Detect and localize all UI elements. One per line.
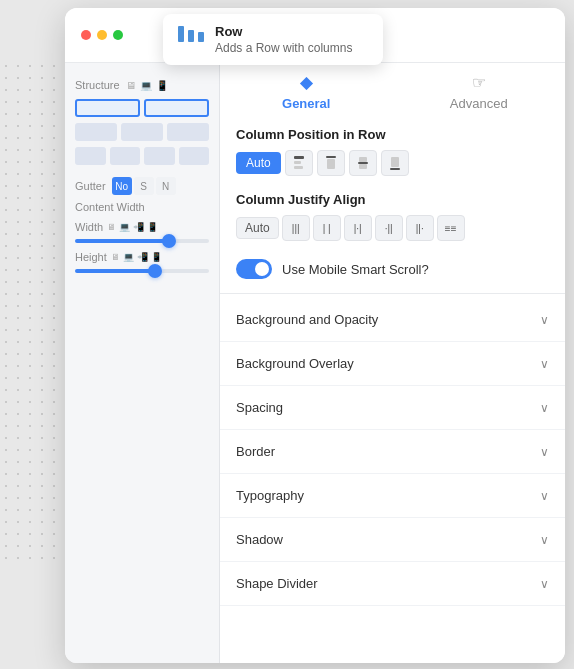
- btn-align-top[interactable]: [317, 150, 345, 176]
- layout-col-1: [75, 99, 140, 117]
- structure-label: Structure 🖥 💻 📱: [75, 79, 209, 91]
- traffic-light-yellow[interactable]: [97, 30, 107, 40]
- toggle-label: Use Mobile Smart Scroll?: [282, 262, 429, 277]
- height-label: Height 🖥💻📲📱: [75, 251, 209, 263]
- height-slider-section: Height 🖥💻📲📱: [75, 251, 209, 273]
- advanced-icon: ☞: [472, 73, 486, 92]
- gutter-btn-no[interactable]: No: [112, 177, 132, 195]
- layout-col-c: [167, 123, 209, 141]
- svg-rect-4: [327, 159, 335, 169]
- justify-btn-1[interactable]: |||: [282, 215, 310, 241]
- chevron-background-overlay: ∨: [540, 357, 549, 371]
- svg-rect-3: [326, 156, 336, 158]
- layout-col-2: [144, 99, 209, 117]
- justify-buttons: Auto ||| | | |·| ·|| ||· ≡≡: [236, 215, 549, 241]
- layout-col-g: [179, 147, 210, 165]
- width-slider-track[interactable]: [75, 239, 209, 243]
- gutter-label: Gutter: [75, 180, 106, 192]
- traffic-light-red[interactable]: [81, 30, 91, 40]
- row-icon: [177, 26, 205, 42]
- chevron-background-opacity: ∨: [540, 313, 549, 327]
- svg-rect-9: [390, 168, 400, 170]
- accordion-background-overlay[interactable]: Background Overlay ∨: [220, 342, 565, 386]
- structure-icons: 🖥 💻 📱: [126, 80, 168, 91]
- tab-general-label: General: [282, 96, 330, 111]
- accordion-shadow[interactable]: Shadow ∨: [220, 518, 565, 562]
- chevron-shadow: ∨: [540, 533, 549, 547]
- accordion-background-opacity[interactable]: Background and Opacity ∨: [220, 298, 565, 342]
- gutter-buttons: No S N: [112, 177, 176, 195]
- height-slider-thumb[interactable]: [148, 264, 162, 278]
- column-justify-section: Column Justify Align Auto ||| | | |·| ·|…: [220, 184, 565, 249]
- gutter-btn-n[interactable]: N: [156, 177, 176, 195]
- tab-advanced-label: Advanced: [450, 96, 508, 111]
- layout-col-b: [121, 123, 163, 141]
- accordion-spacing[interactable]: Spacing ∨: [220, 386, 565, 430]
- layout-col-a: [75, 123, 117, 141]
- svg-rect-8: [391, 157, 399, 167]
- height-slider-track[interactable]: [75, 269, 209, 273]
- svg-rect-6: [358, 162, 368, 164]
- row-tooltip: Row Adds a Row with columns: [163, 14, 383, 65]
- gutter-row: Gutter No S N: [75, 177, 209, 195]
- mobile-scroll-toggle[interactable]: [236, 259, 272, 279]
- tooltip-text: Row Adds a Row with columns: [215, 24, 352, 55]
- column-position-section: Column Position in Row Auto: [220, 113, 565, 184]
- justify-btn-4[interactable]: ·||: [375, 215, 403, 241]
- layout-row-3[interactable]: [75, 147, 209, 165]
- general-icon: ◆: [300, 73, 312, 92]
- layout-grid: [75, 99, 209, 165]
- column-position-title: Column Position in Row: [236, 127, 549, 142]
- right-panel: Column Position in Row Auto Column Justi: [220, 113, 565, 663]
- width-label: Width 🖥💻📲📱: [75, 221, 209, 233]
- layout-col-e: [110, 147, 141, 165]
- layout-row-2[interactable]: [75, 123, 209, 141]
- chevron-border: ∨: [540, 445, 549, 459]
- justify-btn-6[interactable]: ≡≡: [437, 215, 465, 241]
- content-width-label: Content Width: [75, 201, 209, 213]
- accordion-shape-divider[interactable]: Shape Divider ∨: [220, 562, 565, 606]
- layout-col-d: [75, 147, 106, 165]
- tooltip-title: Row: [215, 24, 352, 39]
- btn-align-middle[interactable]: [349, 150, 377, 176]
- svg-rect-1: [294, 161, 301, 164]
- traffic-light-green[interactable]: [113, 30, 123, 40]
- width-slider-section: Width 🖥💻📲📱: [75, 221, 209, 243]
- accordion-typography[interactable]: Typography ∨: [220, 474, 565, 518]
- gutter-btn-s[interactable]: S: [134, 177, 154, 195]
- column-justify-title: Column Justify Align: [236, 192, 549, 207]
- chevron-typography: ∨: [540, 489, 549, 503]
- chevron-shape-divider: ∨: [540, 577, 549, 591]
- btn-align-bottom[interactable]: [381, 150, 409, 176]
- width-icons: 🖥💻📲📱: [107, 222, 158, 232]
- main-card: ◆ General ☞ Advanced Structure 🖥 💻 📱: [65, 8, 565, 663]
- toggle-row: Use Mobile Smart Scroll?: [220, 249, 565, 289]
- divider-1: [220, 293, 565, 294]
- height-icons: 🖥💻📲📱: [111, 252, 162, 262]
- btn-auto[interactable]: Auto: [236, 152, 281, 174]
- btn-align-left[interactable]: [285, 150, 313, 176]
- accordion-border[interactable]: Border ∨: [220, 430, 565, 474]
- svg-rect-7: [359, 164, 367, 169]
- width-slider-thumb[interactable]: [162, 234, 176, 248]
- layout-row-1[interactable]: [75, 99, 209, 117]
- tooltip-subtitle: Adds a Row with columns: [215, 41, 352, 55]
- column-position-buttons: Auto: [236, 150, 549, 176]
- left-panel: Structure 🖥 💻 📱: [65, 63, 220, 663]
- svg-rect-5: [359, 157, 367, 162]
- justify-btn-2[interactable]: | |: [313, 215, 341, 241]
- accordion-list: Background and Opacity ∨ Background Over…: [220, 298, 565, 606]
- justify-btn-3[interactable]: |·|: [344, 215, 372, 241]
- svg-rect-0: [294, 156, 304, 159]
- layout-col-f: [144, 147, 175, 165]
- justify-btn-5[interactable]: ||·: [406, 215, 434, 241]
- chevron-spacing: ∨: [540, 401, 549, 415]
- svg-rect-2: [294, 166, 303, 169]
- justify-btn-auto[interactable]: Auto: [236, 217, 279, 239]
